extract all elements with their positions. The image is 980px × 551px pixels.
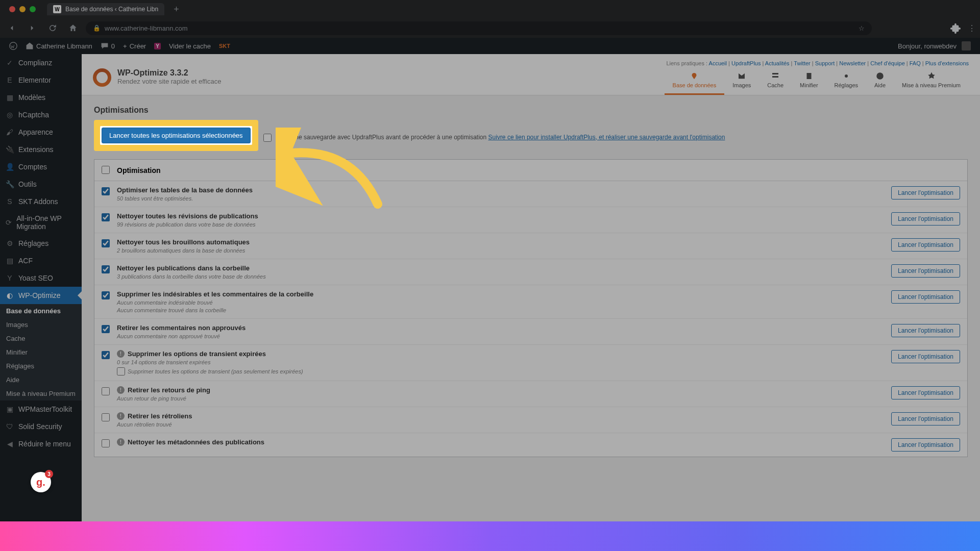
opt-name: Nettoyer toutes les révisions de publica… — [117, 212, 891, 220]
sidebar-item-acf[interactable]: ▤ACF — [0, 252, 82, 269]
row-checkbox[interactable] — [102, 265, 110, 273]
submenu-item[interactable]: Cache — [0, 332, 82, 345]
browser-tab[interactable]: W Base de données ‹ Catherine Libn — [47, 3, 164, 15]
star-icon[interactable]: ☆ — [859, 24, 865, 32]
extensions-icon[interactable] — [949, 22, 961, 34]
run-all-button[interactable]: Lancer toutes les optimisations sélectio… — [102, 128, 251, 143]
menu-icon[interactable]: ⋮ — [968, 23, 976, 33]
tab-aide[interactable]: Aide — [866, 68, 894, 95]
sidebar-item-apparence[interactable]: 🖌Apparence — [0, 123, 82, 141]
quick-link[interactable]: Actualités — [765, 60, 790, 66]
tab-minifier[interactable]: Minifier — [792, 68, 826, 95]
row-checkbox[interactable] — [102, 325, 110, 333]
sidebar-item-outils[interactable]: 🔧Outils — [0, 176, 82, 193]
row-checkbox[interactable] — [102, 213, 110, 221]
run-optimization-button[interactable]: Lancer l'optimisation — [891, 386, 960, 399]
sidebar-item-wp-optimize[interactable]: ◐WP-Optimize — [0, 287, 82, 304]
run-optimization-button[interactable]: Lancer l'optimisation — [891, 438, 960, 452]
submenu-item[interactable]: Réglages — [0, 359, 82, 373]
submenu-item[interactable]: Mise à niveau Premium — [0, 387, 82, 400]
sidebar-item-r-glages[interactable]: ⚙Réglages — [0, 235, 82, 252]
menu-icon: 🛡 — [5, 422, 14, 431]
select-all-checkbox[interactable] — [102, 166, 110, 174]
quick-link[interactable]: UpdraftPlus — [731, 60, 761, 66]
new-tab-button[interactable]: + — [174, 4, 179, 15]
quick-link[interactable]: Newsletter — [839, 60, 866, 66]
wp-logo[interactable] — [5, 38, 21, 54]
minimize-window-icon[interactable] — [19, 6, 26, 12]
tab-mise-niveau-premium[interactable]: Mise à niveau Premium — [894, 68, 969, 95]
sidebar-item-hcaptcha[interactable]: ◎hCaptcha — [0, 106, 82, 123]
cache-clear-link[interactable]: Vider le cache — [165, 38, 215, 54]
run-optimization-button[interactable]: Lancer l'optimisation — [891, 212, 960, 226]
comments-link[interactable]: 0 — [96, 38, 119, 54]
sidebar-item-elementor[interactable]: EElementor — [0, 71, 82, 89]
sidebar-item-solid-security[interactable]: 🛡Solid Security — [0, 418, 82, 435]
menu-icon: Y — [5, 273, 14, 283]
create-link[interactable]: +Créer — [119, 38, 150, 54]
run-optimization-button[interactable]: Lancer l'optimisation — [891, 350, 960, 363]
run-optimization-button[interactable]: Lancer l'optimisation — [891, 324, 960, 337]
info-icon: ! — [117, 386, 125, 394]
quick-link[interactable]: Chef d'équipe — [870, 60, 905, 66]
submenu-item[interactable]: Aide — [0, 373, 82, 387]
run-optimization-button[interactable]: Lancer l'optimisation — [891, 290, 960, 304]
site-name-link[interactable]: Catherine Libmann — [21, 38, 96, 54]
quick-link[interactable]: Plus d'extensions — [925, 60, 969, 66]
home-button[interactable] — [65, 20, 81, 36]
tab-r-glages[interactable]: Réglages — [826, 68, 866, 95]
submenu-item[interactable]: Minifier — [0, 345, 82, 359]
sidebar-item-yoast-seo[interactable]: YYoast SEO — [0, 269, 82, 287]
row-checkbox[interactable] — [102, 439, 110, 447]
run-optimization-button[interactable]: Lancer l'optimisation — [891, 186, 960, 199]
sidebar-item-extensions[interactable]: 🔌Extensions — [0, 141, 82, 158]
sidebar-item-mod-les[interactable]: ▦Modèles — [0, 89, 82, 106]
sidebar-item-r-duire-le-menu[interactable]: ◀Réduire le menu — [0, 435, 82, 453]
url-text: www.catherine-libmann.com — [105, 24, 188, 32]
row-checkbox[interactable] — [102, 187, 110, 195]
tab-base-de-donn-es[interactable]: Base de données — [665, 68, 725, 95]
table-header: Optimisation — [94, 160, 967, 181]
quick-link[interactable]: FAQ — [910, 60, 921, 66]
opt-desc: 0 sur 14 options de transient expirées — [117, 359, 891, 365]
quick-link[interactable]: Support — [815, 60, 835, 66]
run-optimization-button[interactable]: Lancer l'optimisation — [891, 238, 960, 252]
sidebar-item-comptes[interactable]: 👤Comptes — [0, 158, 82, 176]
sidebar-item-skt-addons[interactable]: SSKT Addons — [0, 193, 82, 210]
row-checkbox[interactable] — [102, 387, 110, 395]
menu-icon: ▣ — [5, 405, 14, 414]
sidebar-item-complianz[interactable]: ✓Complianz — [0, 54, 82, 71]
url-input[interactable]: 🔒 www.catherine-libmann.com ☆ — [86, 21, 872, 35]
skt-adminbar-icon[interactable]: SKT — [215, 38, 234, 54]
quick-link[interactable]: Twitter — [794, 60, 810, 66]
wp-content: Liens pratiques : Accueil | UpdraftPlus … — [82, 54, 980, 551]
tab-title: Base de données ‹ Catherine Libn — [65, 6, 158, 13]
back-button[interactable] — [4, 20, 19, 36]
row-checkbox[interactable] — [102, 291, 110, 299]
forward-button[interactable] — [24, 20, 40, 36]
quick-link[interactable]: Accueil — [709, 60, 727, 66]
sidebar-item-wpmastertoolkit[interactable]: ▣WPMasterToolkit — [0, 400, 82, 418]
wpo-logo-icon — [93, 68, 111, 87]
close-window-icon[interactable] — [9, 6, 15, 12]
col-header-optimisation: Optimisation — [117, 166, 161, 174]
sidebar-item-all-in-one-wp-migration[interactable]: ⟳All-in-One WP Migration — [0, 210, 82, 235]
row-checkbox[interactable] — [102, 351, 110, 359]
backup-checkbox[interactable] — [263, 134, 272, 142]
run-optimization-button[interactable]: Lancer l'optimisation — [891, 412, 960, 425]
reload-button[interactable] — [45, 20, 60, 36]
run-optimization-button[interactable]: Lancer l'optimisation — [891, 264, 960, 278]
submenu-item[interactable]: Base de données — [0, 304, 82, 318]
submenu-item[interactable]: Images — [0, 318, 82, 332]
floating-badge-icon[interactable]: g. — [31, 472, 51, 492]
backup-link[interactable]: Suivre ce lien pour installer UpdraftPlu… — [488, 134, 725, 141]
tab-images[interactable]: Images — [724, 68, 759, 95]
row-checkbox[interactable] — [102, 413, 110, 421]
yoast-adminbar-icon[interactable]: Y — [150, 38, 165, 54]
opt-desc: 99 révisions de publication dans votre b… — [117, 221, 891, 228]
sub-checkbox[interactable] — [117, 367, 125, 375]
row-checkbox[interactable] — [102, 239, 110, 247]
maximize-window-icon[interactable] — [30, 6, 36, 12]
howdy-user[interactable]: Bonjour, ronwebdev — [894, 38, 975, 54]
tab-cache[interactable]: Cache — [759, 68, 792, 95]
